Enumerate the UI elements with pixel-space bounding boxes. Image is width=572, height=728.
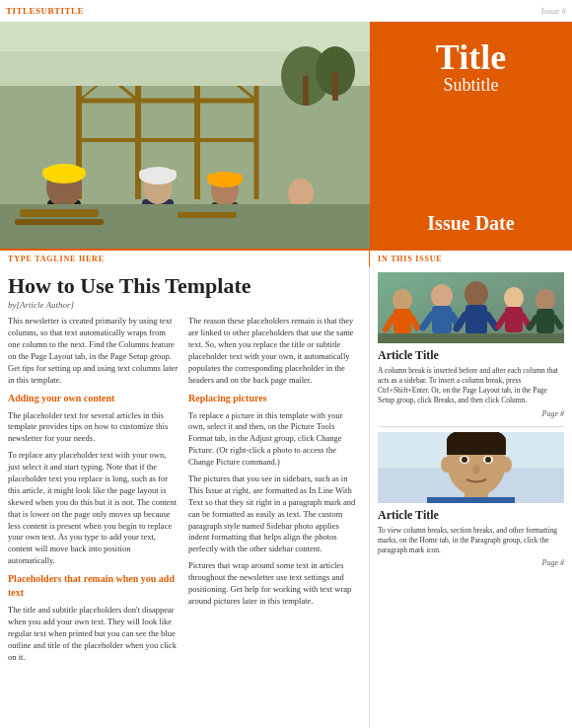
- body-para-replacing-1: To replace a picture in this template wi…: [188, 410, 359, 469]
- section-heading-replacing: Replacing pictures: [188, 392, 359, 405]
- sidebar-image-1: [378, 272, 564, 343]
- main-content: How to Use This Template by[Article Auth…: [0, 266, 572, 728]
- hero-section: Title Subtitle Issue Date: [0, 22, 572, 249]
- tagline-left: TYPE TAGLINE HERE: [0, 251, 370, 266]
- svg-rect-67: [536, 309, 554, 333]
- svg-rect-46: [15, 219, 104, 225]
- article-body-columns: This newsletter is created primarily by …: [8, 316, 359, 668]
- body-para-adding-2: To replace any placeholder text with you…: [8, 450, 179, 567]
- header-title: TITLESUBTITLE: [6, 6, 84, 16]
- body-column-1: This newsletter is created primarily by …: [8, 316, 179, 668]
- sidebar-article-1-page: Page #: [378, 409, 564, 418]
- sidebar-article-1-body: A column break is inserted before and af…: [378, 366, 564, 406]
- body-column-2: The reason these placeholders remain is …: [188, 316, 359, 668]
- svg-point-82: [485, 457, 491, 463]
- svg-rect-15: [303, 76, 309, 106]
- svg-rect-38: [207, 174, 243, 182]
- sidebar-article-2-body: To view column breaks, section breaks, a…: [378, 526, 564, 555]
- svg-rect-55: [432, 306, 452, 333]
- body-para-replacing-2: The pictures that you see in sidebars, s…: [188, 473, 359, 555]
- svg-point-81: [462, 457, 467, 463]
- tagline-bar: TYPE TAGLINE HERE IN THIS ISSUE: [0, 249, 572, 266]
- svg-rect-17: [332, 71, 338, 101]
- hero-image: [0, 22, 370, 249]
- svg-rect-63: [505, 307, 523, 332]
- body-intro-1: This newsletter is created primarily by …: [8, 316, 179, 386]
- svg-point-41: [288, 179, 314, 208]
- sidebar-image-2: [378, 432, 564, 503]
- svg-rect-45: [20, 209, 99, 217]
- sidebar-article-2-title: Article Title: [378, 508, 564, 523]
- svg-rect-51: [393, 309, 411, 333]
- hero-title: Title: [436, 39, 506, 75]
- hero-right-panel: Title Subtitle Issue Date: [370, 22, 572, 249]
- svg-point-58: [465, 281, 488, 307]
- svg-point-50: [393, 289, 412, 311]
- svg-point-85: [500, 457, 512, 473]
- svg-rect-24: [42, 168, 86, 178]
- section-heading-adding: Adding your own content: [8, 392, 179, 405]
- left-column: How to Use This Template by[Article Auth…: [0, 266, 370, 728]
- body-intro-2: The reason these placeholders remain is …: [188, 316, 359, 386]
- section-heading-placeholders: Placeholders that remain when you add te…: [8, 572, 179, 600]
- sidebar-article-1-title: Article Title: [378, 348, 564, 363]
- header-issue: Issue #: [541, 6, 566, 16]
- in-this-issue: IN THIS ISSUE: [370, 251, 572, 266]
- svg-rect-31: [139, 170, 177, 179]
- in-this-issue-label: IN THIS ISSUE: [378, 255, 442, 263]
- svg-rect-76: [447, 440, 506, 455]
- hero-illustration: [0, 22, 370, 249]
- svg-point-83: [472, 465, 480, 474]
- hero-subtitle: Subtitle: [436, 75, 506, 97]
- article-title: How to Use This Template: [8, 274, 359, 298]
- svg-rect-70: [378, 333, 564, 343]
- svg-point-84: [441, 457, 453, 473]
- svg-rect-78: [427, 497, 515, 503]
- svg-point-62: [504, 287, 524, 309]
- body-para-placeholders: The title and subtitle placeholders don'…: [8, 605, 179, 663]
- sidebar-article-2: Article Title To view column breaks, sec…: [378, 432, 564, 567]
- svg-rect-47: [178, 212, 237, 218]
- sidebar-article-2-page: Page #: [378, 558, 564, 567]
- svg-point-66: [536, 289, 555, 311]
- svg-point-54: [431, 284, 453, 308]
- sidebar-divider: [378, 426, 564, 427]
- svg-rect-13: [0, 22, 370, 51]
- sidebar-photo-1: [378, 272, 564, 343]
- sidebar-article-1: Article Title A column break is inserted…: [378, 272, 564, 418]
- sidebar: Article Title A column break is inserted…: [370, 266, 572, 728]
- svg-rect-59: [465, 305, 487, 334]
- header: TITLESUBTITLE Issue #: [0, 0, 572, 22]
- tagline-text: TYPE TAGLINE HERE: [8, 255, 105, 263]
- body-para-replacing-3: Pictures that wrap around some text in a…: [188, 560, 359, 608]
- sidebar-photo-2: [378, 432, 564, 503]
- hero-issue-date: Issue Date: [427, 212, 514, 235]
- body-para-adding-1: The placeholder text for several article…: [8, 410, 179, 446]
- article-author: by[Article Author]: [8, 300, 359, 310]
